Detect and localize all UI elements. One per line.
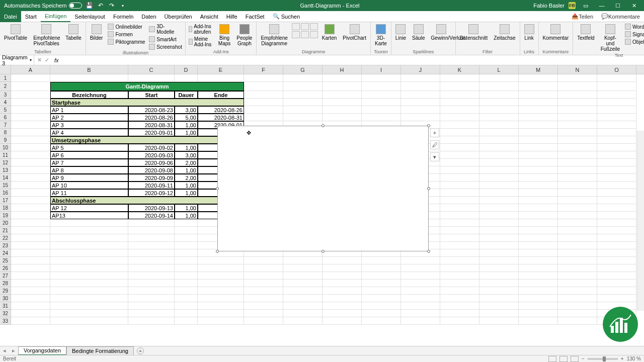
cell[interactable] <box>401 106 440 114</box>
cell[interactable] <box>283 264 323 272</box>
people-graph-button[interactable]: People Graph <box>234 23 254 47</box>
cell[interactable]: Start <box>128 91 175 99</box>
cell[interactable] <box>244 264 283 272</box>
cell[interactable]: AP 6 <box>50 151 128 159</box>
sparkline-line-button[interactable]: Linie <box>393 23 408 42</box>
cell[interactable] <box>519 287 558 295</box>
smartart-button[interactable]: SmartArt <box>148 36 183 43</box>
cell[interactable]: 2020-09-14 <box>128 212 175 219</box>
cell[interactable] <box>479 302 519 310</box>
cell[interactable] <box>440 212 479 219</box>
get-addins-button[interactable]: Add-Ins abrufen <box>188 23 214 35</box>
share-button[interactable]: 📤 Teilen <box>568 11 597 22</box>
cell[interactable] <box>479 114 519 121</box>
col-header-I[interactable]: I <box>362 65 401 74</box>
cell[interactable] <box>479 272 519 280</box>
pagelayout-view-button[interactable] <box>559 356 568 362</box>
pivottable-button[interactable]: PivotTable <box>2 23 29 42</box>
cell[interactable] <box>558 287 597 295</box>
cell[interactable] <box>128 227 175 234</box>
cell[interactable] <box>519 121 558 129</box>
cell[interactable] <box>128 310 175 317</box>
row-header[interactable]: 30 <box>0 295 11 302</box>
cell[interactable] <box>128 295 175 302</box>
cell[interactable] <box>401 257 440 264</box>
cell[interactable] <box>50 302 128 310</box>
row-header[interactable]: 1 <box>0 74 11 82</box>
cell[interactable] <box>558 166 597 174</box>
cell[interactable] <box>362 295 401 302</box>
cell[interactable] <box>401 295 440 302</box>
cell[interactable]: AP 7 <box>50 159 128 166</box>
cell[interactable] <box>11 302 50 310</box>
cell[interactable] <box>440 189 479 197</box>
cell[interactable] <box>323 114 362 121</box>
cell[interactable] <box>519 227 558 234</box>
cell[interactable] <box>198 272 244 280</box>
slicer-button[interactable]: Datenschnitt <box>458 23 490 42</box>
cell[interactable] <box>597 212 636 219</box>
search-box[interactable]: 🔍 Suchen <box>269 11 304 22</box>
cell[interactable]: AP 2 <box>50 114 128 121</box>
col-header-C[interactable]: C <box>128 65 175 74</box>
cell[interactable] <box>597 136 636 144</box>
chart-styles-button[interactable]: 🖊 <box>430 140 439 149</box>
cell[interactable] <box>479 144 519 151</box>
row-header[interactable]: 9 <box>0 136 11 144</box>
cell[interactable] <box>558 310 597 317</box>
normal-view-button[interactable] <box>548 356 556 362</box>
cell[interactable] <box>362 257 401 264</box>
cell[interactable] <box>401 287 440 295</box>
cell[interactable] <box>11 166 50 174</box>
cell[interactable] <box>440 272 479 280</box>
zoom-out-button[interactable]: − <box>582 356 585 361</box>
cell[interactable] <box>479 317 519 325</box>
cell[interactable] <box>50 272 128 280</box>
cell[interactable]: 2020-09-11 <box>128 182 175 189</box>
cell[interactable]: AP 10 <box>50 182 128 189</box>
menu-file[interactable]: Datei <box>0 11 21 22</box>
cell[interactable]: 1,00 <box>175 166 198 174</box>
cell[interactable] <box>558 197 597 204</box>
cell[interactable] <box>175 219 198 227</box>
row-header[interactable]: 22 <box>0 234 11 242</box>
row-header[interactable]: 25 <box>0 257 11 264</box>
cell[interactable] <box>597 287 636 295</box>
cell[interactable] <box>440 264 479 272</box>
cell[interactable] <box>440 227 479 234</box>
cell[interactable] <box>519 182 558 189</box>
col-header-O[interactable]: O <box>597 65 636 74</box>
cell[interactable] <box>323 91 362 99</box>
cell[interactable] <box>597 74 636 82</box>
cell[interactable] <box>479 99 519 106</box>
cell[interactable] <box>323 295 362 302</box>
cell[interactable] <box>323 310 362 317</box>
cell[interactable] <box>11 227 50 234</box>
cell[interactable] <box>128 272 175 280</box>
cell[interactable] <box>401 310 440 317</box>
cell[interactable] <box>558 182 597 189</box>
cell[interactable] <box>440 234 479 242</box>
cell[interactable] <box>362 74 401 82</box>
cell[interactable] <box>479 249 519 257</box>
col-header-N[interactable]: N <box>558 65 597 74</box>
cell[interactable] <box>597 204 636 212</box>
menu-insert[interactable]: Einfügen <box>41 11 70 22</box>
3dmodels-button[interactable]: 3D-Modelle <box>148 23 183 35</box>
cell[interactable] <box>479 174 519 182</box>
cell[interactable] <box>323 280 362 287</box>
bing-maps-button[interactable]: Bing Maps <box>216 23 232 47</box>
cell[interactable] <box>479 242 519 249</box>
cell[interactable] <box>440 121 479 129</box>
cell[interactable]: AP 3 <box>50 121 128 129</box>
row-header[interactable]: 6 <box>0 114 11 121</box>
cell[interactable] <box>479 106 519 114</box>
cell[interactable] <box>198 287 244 295</box>
cell[interactable] <box>283 99 323 106</box>
cell[interactable] <box>479 166 519 174</box>
row-header[interactable]: 33 <box>0 317 11 325</box>
cell[interactable] <box>597 144 636 151</box>
cell[interactable] <box>479 295 519 302</box>
col-header-K[interactable]: K <box>440 65 479 74</box>
cell[interactable] <box>50 287 128 295</box>
